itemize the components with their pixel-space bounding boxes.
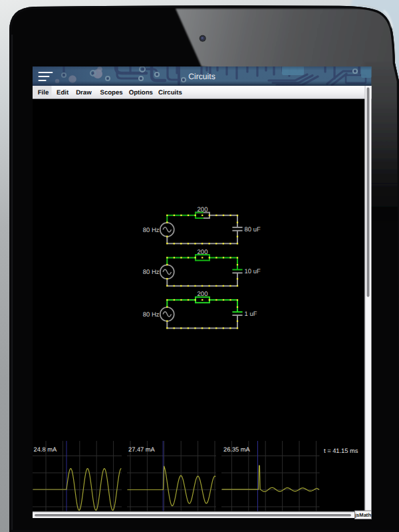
svg-text:26.35 mA: 26.35 mA	[223, 446, 251, 453]
svg-text:Scopes: Scopes	[100, 89, 123, 96]
svg-text:200: 200	[198, 206, 208, 213]
svg-text:80 uF: 80 uF	[245, 226, 261, 233]
svg-text:Options: Options	[129, 89, 153, 96]
svg-text:80 Hz: 80 Hz	[143, 269, 160, 276]
svg-text:80 Hz: 80 Hz	[143, 311, 160, 319]
svg-text:Draw: Draw	[76, 89, 92, 96]
svg-text:jsMath: jsMath	[354, 512, 371, 518]
svg-text:t = 41.15 ms: t = 41.15 ms	[324, 448, 358, 454]
svg-text:1 uF: 1 uF	[245, 311, 257, 318]
svg-text:80 Hz: 80 Hz	[143, 227, 160, 234]
svg-text:Circuits: Circuits	[158, 89, 182, 96]
svg-text:200: 200	[198, 249, 208, 256]
svg-text:24.8 mA: 24.8 mA	[34, 446, 57, 453]
svg-text:10 uF: 10 uF	[245, 268, 261, 275]
svg-text:Edit: Edit	[57, 89, 69, 96]
svg-text:27.47 mA: 27.47 mA	[128, 446, 156, 453]
svg-text:File: File	[38, 89, 49, 96]
svg-text:200: 200	[198, 291, 208, 298]
svg-text:Circuits: Circuits	[188, 72, 215, 81]
